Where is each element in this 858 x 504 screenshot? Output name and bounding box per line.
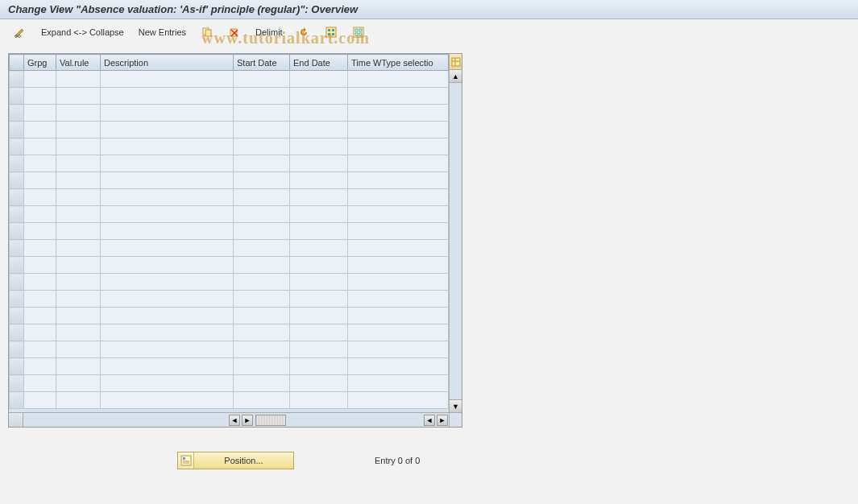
table-cell[interactable] bbox=[348, 324, 449, 341]
table-cell[interactable] bbox=[234, 138, 290, 155]
table-cell[interactable] bbox=[348, 122, 449, 138]
table-cell[interactable] bbox=[290, 189, 348, 206]
table-row[interactable] bbox=[10, 122, 449, 138]
table-row[interactable] bbox=[10, 257, 449, 274]
table-cell[interactable] bbox=[101, 189, 234, 206]
table-cell[interactable] bbox=[56, 358, 101, 375]
table-cell[interactable] bbox=[234, 71, 290, 88]
hscroll-thumb[interactable] bbox=[255, 415, 286, 426]
table-row[interactable] bbox=[10, 341, 449, 358]
table-cell[interactable] bbox=[234, 206, 290, 223]
table-cell[interactable] bbox=[290, 274, 348, 291]
row-selector[interactable] bbox=[10, 291, 24, 308]
table-cell[interactable] bbox=[234, 324, 290, 341]
table-cell[interactable] bbox=[56, 324, 101, 341]
scroll-up-button[interactable]: ▲ bbox=[450, 70, 462, 83]
row-selector[interactable] bbox=[10, 308, 24, 324]
table-cell[interactable] bbox=[56, 375, 101, 392]
table-cell[interactable] bbox=[348, 138, 449, 155]
table-cell[interactable] bbox=[56, 105, 101, 122]
table-cell[interactable] bbox=[290, 240, 348, 257]
table-cell[interactable] bbox=[56, 155, 101, 172]
table-cell[interactable] bbox=[234, 257, 290, 274]
table-cell[interactable] bbox=[24, 291, 56, 308]
hscroll-right2-button[interactable]: ► bbox=[437, 415, 448, 426]
table-cell[interactable] bbox=[101, 375, 234, 392]
table-cell[interactable] bbox=[290, 122, 348, 138]
table-cell[interactable] bbox=[101, 138, 234, 155]
table-cell[interactable] bbox=[348, 223, 449, 240]
row-selector[interactable] bbox=[10, 105, 24, 122]
undo-change-button[interactable] bbox=[292, 24, 316, 40]
scroll-down-button[interactable]: ▼ bbox=[450, 399, 462, 412]
row-selector[interactable] bbox=[10, 172, 24, 189]
table-row[interactable] bbox=[10, 358, 449, 375]
delete-button[interactable] bbox=[222, 24, 247, 40]
table-row[interactable] bbox=[10, 189, 449, 206]
table-cell[interactable] bbox=[348, 189, 449, 206]
row-selector[interactable] bbox=[10, 71, 24, 88]
table-cell[interactable] bbox=[290, 88, 348, 105]
table-cell[interactable] bbox=[101, 308, 234, 324]
table-cell[interactable] bbox=[348, 88, 449, 105]
row-selector[interactable] bbox=[10, 341, 24, 358]
table-cell[interactable] bbox=[348, 257, 449, 274]
table-cell[interactable] bbox=[290, 291, 348, 308]
table-row[interactable] bbox=[10, 206, 449, 223]
row-selector[interactable] bbox=[10, 324, 24, 341]
table-cell[interactable] bbox=[101, 155, 234, 172]
table-cell[interactable] bbox=[24, 274, 56, 291]
table-settings-button[interactable] bbox=[450, 54, 462, 70]
table-cell[interactable] bbox=[290, 392, 348, 409]
hscroll-left-button[interactable]: ◄ bbox=[229, 415, 240, 426]
table-cell[interactable] bbox=[290, 172, 348, 189]
table-cell[interactable] bbox=[56, 341, 101, 358]
table-cell[interactable] bbox=[56, 138, 101, 155]
table-row[interactable] bbox=[10, 291, 449, 308]
table-row[interactable] bbox=[10, 308, 449, 324]
table-cell[interactable] bbox=[24, 375, 56, 392]
table-cell[interactable] bbox=[234, 291, 290, 308]
table-cell[interactable] bbox=[290, 341, 348, 358]
row-selector[interactable] bbox=[10, 274, 24, 291]
table-cell[interactable] bbox=[290, 223, 348, 240]
table-cell[interactable] bbox=[234, 358, 290, 375]
table-cell[interactable] bbox=[56, 291, 101, 308]
table-cell[interactable] bbox=[24, 189, 56, 206]
table-cell[interactable] bbox=[348, 155, 449, 172]
row-selector[interactable] bbox=[10, 375, 24, 392]
table-cell[interactable] bbox=[348, 274, 449, 291]
table-cell[interactable] bbox=[348, 358, 449, 375]
table-cell[interactable] bbox=[101, 291, 234, 308]
table-cell[interactable] bbox=[56, 71, 101, 88]
table-cell[interactable] bbox=[101, 206, 234, 223]
table-cell[interactable] bbox=[234, 189, 290, 206]
table-cell[interactable] bbox=[101, 105, 234, 122]
deselect-all-button[interactable] bbox=[346, 24, 371, 40]
table-cell[interactable] bbox=[56, 274, 101, 291]
table-cell[interactable] bbox=[24, 71, 56, 88]
copy-button[interactable] bbox=[195, 24, 219, 40]
table-cell[interactable] bbox=[24, 257, 56, 274]
table-cell[interactable] bbox=[101, 358, 234, 375]
table-cell[interactable] bbox=[290, 324, 348, 341]
col-header-valrule[interactable]: Val.rule bbox=[56, 55, 101, 71]
table-cell[interactable] bbox=[348, 71, 449, 88]
overview-table[interactable]: Grpg Val.rule Description Start Date End… bbox=[9, 54, 449, 409]
table-cell[interactable] bbox=[56, 257, 101, 274]
table-cell[interactable] bbox=[234, 172, 290, 189]
table-cell[interactable] bbox=[56, 308, 101, 324]
table-cell[interactable] bbox=[24, 122, 56, 138]
table-cell[interactable] bbox=[348, 308, 449, 324]
table-cell[interactable] bbox=[290, 308, 348, 324]
row-selector[interactable] bbox=[10, 122, 24, 138]
table-row[interactable] bbox=[10, 223, 449, 240]
table-cell[interactable] bbox=[56, 88, 101, 105]
table-cell[interactable] bbox=[234, 392, 290, 409]
table-cell[interactable] bbox=[290, 105, 348, 122]
table-cell[interactable] bbox=[56, 206, 101, 223]
table-cell[interactable] bbox=[234, 122, 290, 138]
table-row[interactable] bbox=[10, 172, 449, 189]
table-cell[interactable] bbox=[24, 88, 56, 105]
expand-collapse-button[interactable]: Expand <-> Collapse bbox=[35, 24, 130, 40]
